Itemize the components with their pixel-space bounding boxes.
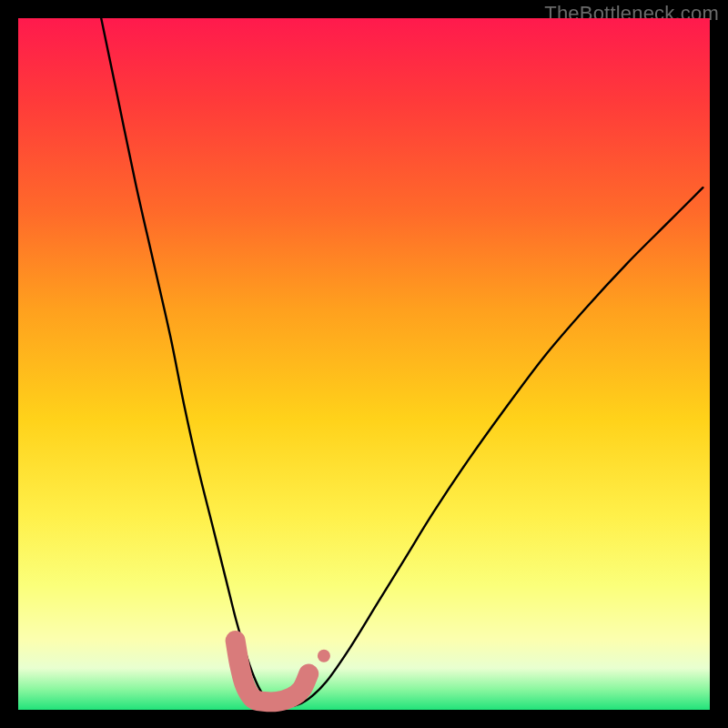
highlight-extra-dot <box>318 650 330 662</box>
highlight-rounded-band <box>236 641 309 702</box>
bottleneck-curve <box>101 18 703 706</box>
chart-frame: TheBottleneck.com <box>0 0 728 728</box>
plot-area <box>18 18 710 710</box>
bottleneck-curve-svg <box>18 18 710 710</box>
